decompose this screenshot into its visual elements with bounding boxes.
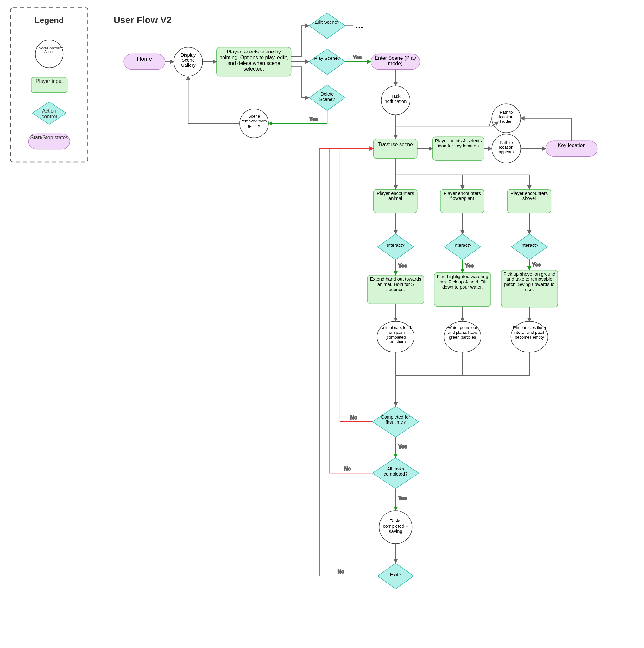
node-display-gallery: Display Scene Gallery <box>174 48 203 76</box>
node-all-tasks: All tasks completed? <box>373 458 418 489</box>
node-points-icon: Player points & selects icon for key loc… <box>433 137 484 160</box>
label-int2-yes: Yes <box>465 263 474 268</box>
node-scene-removed: Scene removed from gallery <box>240 109 268 138</box>
node-enc-shovel: Player encounters shovel <box>507 189 551 213</box>
node-animal-eats: Animal eats food from palm (completed in… <box>377 321 414 353</box>
node-select-scene: Player selects scene by pointing. Option… <box>216 48 291 76</box>
legend-circle-label: Object/Controller Action <box>32 46 66 53</box>
node-extend-hand: Extend hand out towards animal. Hold for… <box>367 275 424 304</box>
label-first-yes: Yes <box>398 444 407 449</box>
edge-select-edit <box>291 25 309 57</box>
flowchart-canvas: Legend Object/Controller Action Player i… <box>0 0 644 648</box>
node-watering-can: Find highlighted watering can. Pick up &… <box>434 272 491 306</box>
edge-select-delete <box>291 67 309 98</box>
node-traverse-scene: Traverse scene <box>374 139 417 159</box>
legend-title: Legend <box>35 15 64 25</box>
node-delete-scene: Delete Scene? <box>309 85 345 110</box>
node-key-location: Key location <box>546 141 597 156</box>
ellipsis-icon: ... <box>356 20 363 30</box>
node-first-time: Completed for first time? <box>373 406 418 437</box>
label-int3-yes: Yes <box>532 262 541 267</box>
edge-key-hidden <box>521 118 572 141</box>
node-enc-animal: Player encounters animal <box>374 189 417 213</box>
legend-rect-label: Player input <box>31 78 67 84</box>
node-dirt-flies: Dirt particles flung into air and patch … <box>511 321 548 353</box>
node-enc-flower: Player encounters flower/plant <box>440 189 484 213</box>
node-tasks-saving: Tasks completed + saving <box>379 511 412 544</box>
edge-exit-no <box>319 149 378 576</box>
legend-diamond-label: Action control <box>34 108 65 119</box>
node-interact-shovel: Interact? <box>511 234 547 260</box>
label-int1-yes: Yes <box>398 263 407 268</box>
node-edit-scene: Edit Scene? <box>309 13 345 39</box>
node-interact-animal: Interact? <box>378 234 414 260</box>
edge-delete-removed <box>268 110 327 123</box>
legend-box: Legend Object/Controller Action Player i… <box>11 8 88 162</box>
label-exit-no: No <box>338 569 344 574</box>
node-interact-flower: Interact? <box>445 234 481 260</box>
node-task-notification: Task notification <box>381 86 410 114</box>
label-all-yes: Yes <box>398 495 407 501</box>
node-play-scene: Play Scene? <box>309 49 345 74</box>
edge-task-hidden <box>395 122 498 126</box>
edge-hidden-join <box>489 118 492 126</box>
diagram-title: User Flow V2 <box>114 15 172 25</box>
legend-pill-label: Start/Stop states <box>29 135 70 141</box>
node-path-hidden: Path to location hidden <box>492 104 521 132</box>
node-home: Home <box>124 54 165 70</box>
node-enter-scene: Enter Scene (Play mode) <box>371 54 419 70</box>
node-path-appears: Path to location appears <box>492 134 521 163</box>
label-delete-yes: Yes <box>309 116 318 122</box>
node-water-pours: Water pours out and plants have green pa… <box>444 321 481 353</box>
edge-alltasks-no <box>330 149 373 473</box>
node-exit: Exit? <box>378 563 414 589</box>
label-play-yes: Yes <box>353 54 362 60</box>
label-alltasks-no: No <box>344 466 351 472</box>
node-shovel-action: Pick up shovel on ground and take to rem… <box>501 270 558 307</box>
label-first-no: No <box>350 415 357 420</box>
edge-res2-merge <box>395 352 462 375</box>
edge-removed-gallery <box>188 76 240 124</box>
